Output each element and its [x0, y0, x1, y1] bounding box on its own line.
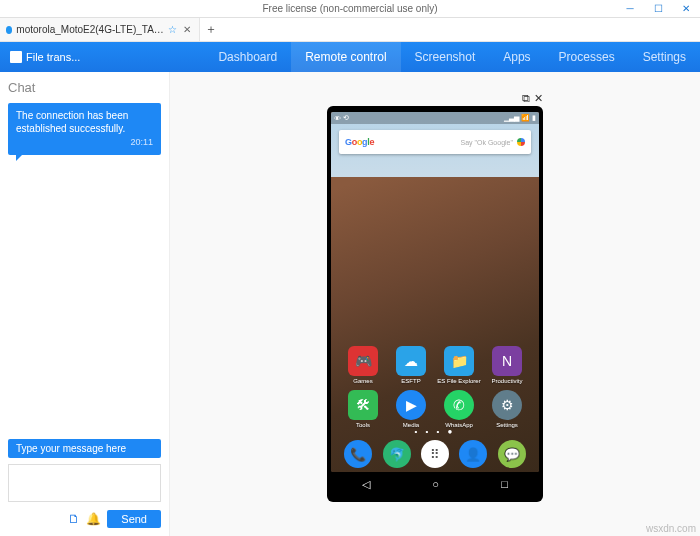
recent-key[interactable]: □ — [501, 478, 508, 490]
android-nav-keys: ◁ ○ □ — [331, 472, 539, 496]
google-search-bar[interactable]: Google Say "Ok Google" — [339, 130, 531, 154]
license-text: Free license (non-commercial use only) — [262, 3, 437, 14]
android-statusbar: 👁 ⟲ ▁▃▅ 📶 ▮ — [331, 112, 539, 124]
app-media[interactable]: ▶Media — [389, 390, 433, 428]
favorite-icon[interactable]: ☆ — [168, 24, 177, 35]
google-logo: Google — [345, 137, 374, 147]
chat-message-text: The connection has been established succ… — [16, 110, 128, 134]
tools-icon: 🛠 — [348, 390, 378, 420]
file-transfer-button[interactable]: File trans... — [0, 51, 90, 63]
whatsapp-icon: ✆ — [444, 390, 474, 420]
chat-heading: Chat — [8, 80, 161, 95]
onenote-icon: N — [492, 346, 522, 376]
dock-contacts[interactable]: 👤 — [459, 440, 487, 468]
app-settings[interactable]: ⚙Settings — [485, 390, 529, 428]
app-productivity[interactable]: NProductivity — [485, 346, 529, 384]
app-tools[interactable]: 🛠Tools — [341, 390, 385, 428]
tab-settings[interactable]: Settings — [629, 42, 700, 72]
tab-title: motorola_MotoE2(4G-LTE)_TA38500MTZ — [16, 24, 164, 35]
window-close-button[interactable]: ✕ — [672, 0, 700, 18]
chat-panel: Chat The connection has been established… — [0, 72, 170, 536]
send-button[interactable]: Send — [107, 510, 161, 528]
eye-icon: 👁 — [334, 115, 341, 122]
remote-screen-area: ⧉ ✕ 👁 ⟲ ▁▃▅ 📶 ▮ Google Say "Ok Google" — [170, 72, 700, 536]
window-titlebar: Free license (non-commercial use only) ─… — [0, 0, 700, 18]
mic-icon[interactable] — [517, 138, 525, 146]
teamviewer-icon — [6, 26, 12, 34]
teamviewer-status-icon: ⟲ — [343, 114, 349, 122]
page-indicator: • • • ● — [331, 427, 539, 436]
cloud-icon: ☁ — [396, 346, 426, 376]
back-key[interactable]: ◁ — [362, 478, 370, 491]
signal-icon: ▁▃▅ — [504, 114, 519, 122]
dock-all-apps[interactable]: ⠿ — [421, 440, 449, 468]
tab-strip: motorola_MotoE2(4G-LTE)_TA38500MTZ ☆ ✕ ＋ — [0, 18, 700, 42]
chat-placeholder-tip: Type your message here — [8, 439, 161, 458]
file-transfer-label: File trans... — [26, 51, 80, 63]
app-es-file-explorer[interactable]: 📁ES File Explorer — [437, 346, 481, 384]
folder-icon: 📁 — [444, 346, 474, 376]
games-icon: 🎮 — [348, 346, 378, 376]
window-minimize-button[interactable]: ─ — [616, 0, 644, 18]
phone-frame: ⧉ ✕ 👁 ⟲ ▁▃▅ 📶 ▮ Google Say "Ok Google" — [327, 106, 543, 502]
document-icon — [10, 51, 22, 63]
dock: 📞 🐬 ⠿ 👤 💬 — [331, 436, 539, 472]
home-key[interactable]: ○ — [432, 478, 439, 490]
window-maximize-button[interactable]: ☐ — [644, 0, 672, 18]
phone-screen[interactable]: 👁 ⟲ ▁▃▅ 📶 ▮ Google Say "Ok Google" 🎮Game… — [331, 112, 539, 472]
dock-phone[interactable]: 📞 — [344, 440, 372, 468]
play-icon: ▶ — [396, 390, 426, 420]
close-remote-icon[interactable]: ✕ — [534, 92, 543, 105]
tab-close-icon[interactable]: ✕ — [181, 24, 193, 35]
tab-screenshot[interactable]: Screenshot — [401, 42, 490, 72]
chat-input[interactable] — [8, 464, 161, 502]
attach-file-icon[interactable]: 🗋 — [68, 512, 80, 526]
tab-apps[interactable]: Apps — [489, 42, 544, 72]
search-placeholder: Say "Ok Google" — [374, 139, 517, 146]
app-esftp[interactable]: ☁ESFTP — [389, 346, 433, 384]
app-whatsapp[interactable]: ✆WhatsApp — [437, 390, 481, 428]
tab-remote-control[interactable]: Remote control — [291, 42, 400, 72]
dock-dolphin[interactable]: 🐬 — [383, 440, 411, 468]
chat-timestamp: 20:11 — [16, 137, 153, 149]
tab-dashboard[interactable]: Dashboard — [204, 42, 291, 72]
watermark: wsxdn.com — [646, 523, 696, 534]
home-app-grid: 🎮Games ☁ESFTP 📁ES File Explorer NProduct… — [331, 346, 539, 428]
popout-icon[interactable]: ⧉ — [522, 92, 530, 105]
dock-messages[interactable]: 💬 — [498, 440, 526, 468]
wifi-icon: 📶 — [521, 114, 530, 122]
tab-processes[interactable]: Processes — [545, 42, 629, 72]
new-tab-button[interactable]: ＋ — [200, 18, 222, 41]
gear-icon: ⚙ — [492, 390, 522, 420]
app-games[interactable]: 🎮Games — [341, 346, 385, 384]
battery-icon: ▮ — [532, 114, 536, 122]
chat-message: The connection has been established succ… — [8, 103, 161, 155]
tab-device[interactable]: motorola_MotoE2(4G-LTE)_TA38500MTZ ☆ ✕ — [0, 18, 200, 41]
nudge-icon[interactable]: 🔔 — [86, 512, 101, 526]
toolbar: File trans... Dashboard Remote control S… — [0, 42, 700, 72]
